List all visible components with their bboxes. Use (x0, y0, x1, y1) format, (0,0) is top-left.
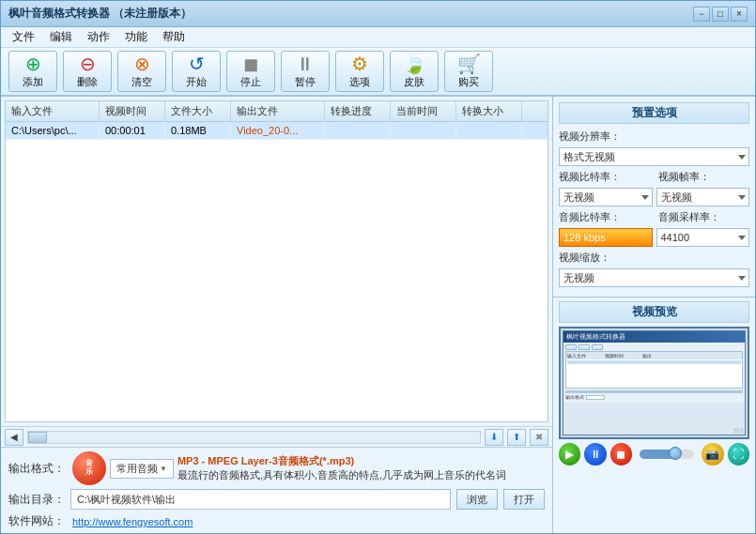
video-resolution-row: 视频分辨率： (559, 130, 749, 144)
skin-button[interactable]: 🍃 皮肤 (390, 51, 439, 92)
add-label: 添加 (23, 75, 43, 89)
left-panel: 输入文件 视频时间 文件大小 输出文件 转换进度 当前时间 转换大小 C:\Us… (1, 97, 553, 533)
add-icon: ⊕ (25, 54, 41, 73)
video-zoom-select-row: 无视频 (559, 268, 749, 287)
format-row: 输出格式： 音乐 常用音频 ▼ MP3 - MPEG Layer-3音频格式(*… (8, 451, 545, 485)
format-icon: 音乐 (72, 451, 106, 485)
preview-screen: 枫叶视频格式转换器 输入文件视频时间输出 (559, 327, 749, 439)
delete-button[interactable]: ⊖ 删除 (63, 51, 112, 92)
browse-button[interactable]: 浏览 (456, 489, 498, 510)
video-zoom-row: 视频缩放： (559, 251, 749, 265)
video-bitrate-framerate-row: 视频比特率： 视频帧率： (559, 170, 749, 184)
clear-icon: ⊗ (134, 54, 150, 73)
options-label: 选项 (349, 75, 370, 89)
skin-label: 皮肤 (404, 75, 424, 89)
dir-input[interactable] (70, 489, 451, 510)
start-label: 开始 (186, 75, 207, 89)
format-description: MP3 - MPEG Layer-3音频格式(*.mp3) 最流行的音频格式,具… (177, 454, 545, 482)
stop-button[interactable]: ◼ 停止 (226, 51, 275, 92)
table-header: 输入文件 视频时间 文件大小 输出文件 转换进度 当前时间 转换大小 (6, 101, 548, 122)
scroll-thumb (28, 432, 47, 443)
preset-section: 预置选项 视频分辨率： 格式无视频 视频比特率： 视频帧率： (553, 97, 755, 298)
audio-samplerate-select[interactable]: 44100 (656, 228, 750, 247)
right-panel: 预置选项 视频分辨率： 格式无视频 视频比特率： 视频帧率： (553, 97, 755, 533)
start-button[interactable]: ↺ 开始 (172, 51, 221, 92)
pause-label: 暂停 (295, 75, 316, 89)
format-detail: 最流行的音频格式,具有体积小,音质高的特点,几乎成为网上音乐的代名词 (177, 469, 506, 481)
add-button[interactable]: ⊕ 添加 (8, 51, 57, 92)
minimize-button[interactable]: － (693, 7, 710, 22)
main-area: 输入文件 视频时间 文件大小 输出文件 转换进度 当前时间 转换大小 C:\Us… (1, 97, 755, 533)
cell-duration: 00:00:01 (100, 122, 165, 139)
audio-samplerate-label: 音频采样率： (658, 210, 710, 224)
format-dropdown[interactable]: 常用音频 ▼ (110, 459, 174, 479)
window-title: 枫叶音频格式转换器 （未注册版本） (8, 6, 192, 22)
options-button[interactable]: ⚙ 选项 (335, 51, 384, 92)
audio-bitrate-select[interactable]: 128 kbps (559, 228, 653, 247)
video-zoom-select[interactable]: 无视频 (559, 268, 749, 287)
video-framerate-select[interactable]: 无视频 (656, 188, 750, 206)
col-converted: 转换大小 (456, 101, 522, 121)
menu-file[interactable]: 文件 (5, 27, 42, 47)
volume-slider[interactable] (640, 450, 694, 459)
cell-size: 0.18MB (165, 122, 231, 139)
open-button[interactable]: 打开 (503, 489, 545, 510)
preset-title: 预置选项 (559, 102, 749, 124)
scroll-bar[interactable] (27, 431, 481, 444)
video-resolution-label: 视频分辨率： (559, 130, 610, 144)
volume-thumb (669, 447, 682, 460)
play-button[interactable]: ▶ (559, 443, 580, 465)
watermark: Rit (733, 426, 744, 435)
clear-button[interactable]: ⊗ 清空 (117, 51, 166, 92)
screenshot-button[interactable]: 📷 (702, 443, 723, 465)
maximize-button[interactable]: □ (712, 7, 729, 22)
upload-icon[interactable]: ⬆ (507, 429, 526, 446)
stop-preview-button[interactable]: ◼ (610, 443, 632, 465)
dir-row: 输出目录： 浏览 打开 (8, 489, 545, 510)
skin-icon: 🍃 (403, 54, 426, 73)
website-link[interactable]: http://www.fengyesoft.com (72, 516, 193, 527)
start-icon: ↺ (189, 54, 205, 73)
clear-list-button[interactable]: ✖ (530, 429, 548, 446)
fullscreen-button[interactable]: ⛶ (728, 443, 749, 465)
pause-button[interactable]: ⏸ 暂停 (281, 51, 330, 92)
cell-output: Video_20-0... (231, 122, 325, 139)
buy-label: 购买 (458, 75, 479, 89)
cell-progress (325, 122, 391, 139)
preview-controls: ▶ ⏸ ◼ 📷 ⛶ (559, 443, 749, 465)
col-output: 输出文件 (231, 101, 325, 121)
buy-button[interactable]: 🛒 购买 (444, 51, 493, 92)
format-box: 音乐 常用音频 ▼ MP3 - MPEG Layer-3音频格式(*.mp3) … (72, 451, 545, 485)
video-resolution-select[interactable]: 格式无视频 (559, 147, 749, 166)
video-bitrate-select[interactable]: 无视频 (559, 188, 653, 206)
download-icon[interactable]: ⬇ (485, 429, 503, 446)
table-row[interactable]: C:\Users\pc\... 00:00:01 0.18MB Video_20… (6, 122, 548, 140)
menu-function[interactable]: 功能 (117, 27, 155, 47)
format-name: MP3 - MPEG Layer-3音频格式(*.mp3) (177, 455, 354, 466)
clear-label: 清空 (131, 75, 152, 89)
menu-help[interactable]: 帮助 (155, 27, 193, 47)
dir-label: 输出目录： (8, 492, 65, 508)
menu-bar: 文件 编辑 动作 功能 帮助 (1, 27, 755, 48)
website-row: 软件网站： http://www.fengyesoft.com (8, 513, 545, 529)
close-button[interactable]: × (731, 7, 748, 22)
cell-current (391, 122, 456, 139)
table-footer: ◀ ⬇ ⬆ ✖ (1, 426, 552, 447)
col-input: 输入文件 (6, 101, 100, 121)
format-category: 常用音频 (116, 462, 158, 476)
cell-converted (456, 122, 522, 139)
video-resolution-select-row: 格式无视频 (559, 147, 749, 166)
file-table: 输入文件 视频时间 文件大小 输出文件 转换进度 当前时间 转换大小 C:\Us… (5, 100, 548, 422)
col-duration: 视频时间 (100, 101, 165, 121)
pause-preview-button[interactable]: ⏸ (584, 443, 606, 465)
menu-edit[interactable]: 编辑 (42, 27, 80, 47)
toolbar: ⊕ 添加 ⊖ 删除 ⊗ 清空 ↺ 开始 ◼ 停止 ⏸ 暂停 ⚙ 选项 🍃 皮肤 (1, 48, 755, 97)
dropdown-arrow: ▼ (160, 465, 167, 473)
audio-labels-row: 音频比特率： 音频采样率： (559, 210, 749, 224)
prev-page-button[interactable]: ◀ (5, 429, 23, 446)
title-bar: 枫叶音频格式转换器 （未注册版本） － □ × (1, 1, 755, 27)
video-zoom-label: 视频缩放： (559, 251, 610, 265)
video-framerate-label: 视频帧率： (658, 170, 710, 184)
menu-action[interactable]: 动作 (80, 27, 117, 47)
buy-icon: 🛒 (457, 54, 481, 73)
